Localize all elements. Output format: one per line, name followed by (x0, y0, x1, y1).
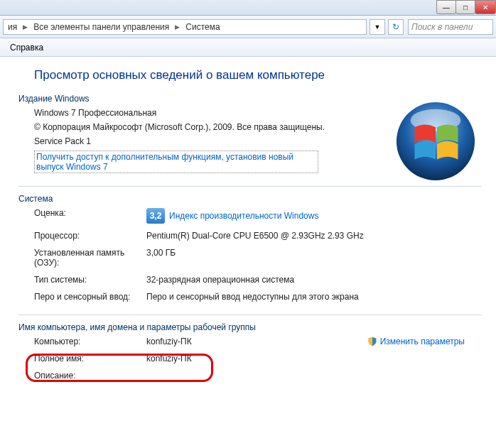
breadcrumb[interactable]: ия ▶ Все элементы панели управления ▶ Си… (3, 19, 367, 35)
breadcrumb-item[interactable]: Все элементы панели управления (29, 22, 173, 32)
minimize-button[interactable]: — (436, 0, 456, 14)
shield-icon (367, 337, 377, 346)
full-name-label: Полное имя: (34, 354, 141, 364)
chevron-right-icon: ▶ (21, 23, 29, 31)
address-bar: ия ▶ Все элементы панели управления ▶ Си… (0, 16, 496, 38)
content-pane: Просмотр основных сведений о вашем компь… (0, 57, 496, 392)
divider (18, 315, 482, 315)
cpu-label: Процессор: (34, 231, 141, 241)
cpu-value: Pentium(R) Dual-Core CPU E6500 @ 2.93GHz… (146, 231, 482, 241)
window-titlebar: — □ ✕ (0, 0, 496, 16)
section-system-title: Система (18, 194, 482, 204)
page-title: Просмотр основных сведений о вашем компь… (34, 68, 482, 82)
change-settings-link[interactable]: Изменить параметры (380, 337, 465, 346)
computer-name-value: konfuziy-ПК (146, 337, 192, 346)
system-type-value: 32-разрядная операционная система (146, 275, 482, 285)
windows-logo-icon (394, 99, 478, 183)
maximize-button[interactable]: □ (455, 0, 475, 14)
section-domain-title: Имя компьютера, имя домена и параметры р… (18, 322, 482, 332)
system-info-grid: Оценка: 3,2 Индекс производительности Wi… (34, 208, 482, 302)
breadcrumb-item[interactable]: Система (181, 22, 224, 32)
ram-label: Установленная память (ОЗУ): (34, 248, 141, 268)
rating-badge: 3,2 (146, 208, 165, 224)
search-input[interactable]: Поиск в панели (408, 19, 493, 35)
dropdown-button[interactable]: ▼ (370, 19, 385, 35)
divider (18, 186, 482, 187)
rating-label: Оценка: (34, 208, 141, 218)
chevron-right-icon: ▶ (173, 23, 181, 31)
breadcrumb-item[interactable]: ия (4, 22, 21, 32)
pen-touch-label: Перо и сенсорный ввод: (34, 292, 141, 302)
refresh-button[interactable]: ↻ (388, 19, 404, 35)
pen-touch-value: Перо и сенсорный ввод недоступны для это… (146, 292, 482, 302)
domain-info-grid: Компьютер: konfuziy-ПК Изменить параметр… (34, 337, 482, 381)
menu-bar: Справка (0, 38, 496, 57)
upgrade-link[interactable]: Получить доступ к дополнительным функция… (36, 152, 293, 172)
performance-index-link[interactable]: Индекс производительности Windows (169, 211, 318, 221)
system-type-label: Тип системы: (34, 275, 141, 285)
computer-name-label: Компьютер: (34, 337, 141, 346)
full-name-value: konfuziy-ПК (146, 354, 482, 364)
ram-value: 3,00 ГБ (146, 248, 482, 258)
menu-help[interactable]: Справка (4, 40, 49, 55)
close-button[interactable]: ✕ (475, 0, 496, 14)
chevron-down-icon: ▼ (374, 23, 381, 31)
description-label: Описание: (34, 371, 141, 381)
refresh-icon: ↻ (392, 22, 399, 32)
